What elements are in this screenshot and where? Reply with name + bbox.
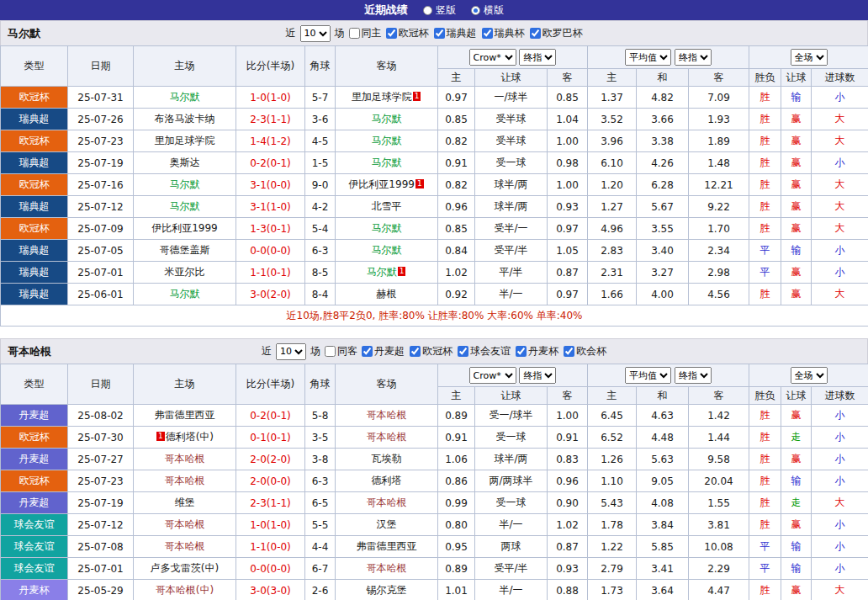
team-name[interactable]: 米亚尔比 (134, 262, 236, 284)
match-score[interactable]: 2-3(1-1) (236, 109, 305, 130)
league-checkbox[interactable] (362, 346, 373, 357)
team-name[interactable]: 哥本哈根 (336, 405, 438, 427)
radio-icon[interactable] (423, 6, 432, 15)
avg-draw: 3.38 (637, 130, 689, 152)
fulltime-select[interactable]: 全场 (791, 49, 828, 66)
league-checkbox[interactable] (386, 28, 397, 39)
match-score[interactable]: 3-0(2-0) (236, 284, 305, 305)
team-name[interactable]: 哥本哈根 (134, 470, 236, 492)
league-checkbox[interactable] (482, 28, 493, 39)
team-name[interactable]: 汉堡 (336, 514, 438, 536)
match-score[interactable]: 1-0(1-0) (236, 514, 305, 536)
odds-handicap: 受半/一 (475, 218, 548, 240)
early-final-select[interactable]: 终指 (519, 49, 556, 66)
league-checkbox[interactable] (564, 346, 574, 357)
match-score[interactable]: 0-0(0-0) (236, 558, 305, 580)
match-score[interactable]: 0-2(0-1) (236, 405, 305, 427)
team-name[interactable]: 马尔默 (134, 196, 236, 218)
team-name[interactable]: 哥本哈根 (134, 514, 236, 536)
team-name[interactable]: 马尔默 (336, 218, 438, 240)
match-score[interactable]: 2-0(0-0) (236, 470, 305, 492)
avg-select[interactable]: 平均值 (625, 367, 671, 384)
team-name[interactable]: 瓦埃勒 (336, 449, 438, 470)
team-name[interactable]: 马尔默 (336, 240, 438, 262)
match-count-select[interactable]: 10 (300, 25, 331, 42)
team-name[interactable]: 德利塔 (336, 470, 438, 492)
team-name[interactable]: 马尔默 (336, 152, 438, 174)
team-name[interactable]: 卢多戈雷茨(中) (134, 558, 236, 580)
early-final-select[interactable]: 终指 (519, 367, 556, 384)
team-name[interactable]: 北雪平 (336, 196, 438, 218)
match-score[interactable]: 1-0(1-0) (236, 87, 305, 109)
team-name[interactable]: 哥本哈根 (134, 536, 236, 558)
team-name[interactable]: 哥本哈根 (134, 449, 236, 470)
team-name[interactable]: 马尔默 (134, 87, 236, 109)
team-name[interactable]: 哥本哈根(中) (134, 580, 236, 600)
team-name[interactable]: 奥斯达 (134, 152, 236, 174)
team-name[interactable]: 伊比利亚19991 (336, 174, 438, 196)
team-name[interactable]: 马尔默1 (336, 262, 438, 284)
league-checkbox[interactable] (516, 346, 527, 357)
same-venue-checkbox[interactable] (349, 28, 360, 39)
team-name[interactable]: 1德利塔(中) (134, 427, 236, 449)
team-name[interactable]: 弗雷德里西亚 (336, 536, 438, 558)
match-score[interactable]: 1-1(0-0) (236, 536, 305, 558)
league-checkbox[interactable] (458, 346, 468, 357)
team-name[interactable]: 哥本哈根 (336, 558, 438, 580)
result-winloss: 胜 (749, 284, 781, 305)
team-name[interactable]: 布洛马波卡纳 (134, 109, 236, 130)
bookmaker-select[interactable]: Crow* (469, 367, 516, 384)
team-name[interactable]: 哥本哈根 (336, 492, 438, 514)
team-name[interactable]: 锡尔克堡 (336, 580, 438, 600)
league-filter[interactable]: 欧会杯 (564, 344, 606, 358)
team-name[interactable]: 哥本哈根 (336, 427, 438, 449)
league-filter[interactable]: 球会友谊 (458, 344, 511, 358)
match-score[interactable]: 3-0(3-0) (236, 580, 305, 600)
match-score[interactable]: 1-1(0-1) (236, 262, 305, 284)
team-name[interactable]: 弗雷德里西亚 (134, 405, 236, 427)
match-score[interactable]: 1-4(1-2) (236, 130, 305, 152)
avg-final-select[interactable]: 终指 (675, 367, 712, 384)
match-score[interactable]: 3-1(0-0) (236, 174, 305, 196)
avg-final-select[interactable]: 终指 (675, 49, 712, 66)
team-name[interactable]: 马尔默 (134, 284, 236, 305)
team-name[interactable]: 马尔默 (336, 109, 438, 130)
league-filter[interactable]: 欧罗巴杯 (530, 26, 583, 40)
league-filter[interactable]: 欧冠杯 (410, 344, 453, 358)
league-checkbox[interactable] (434, 28, 445, 39)
page-title: 近期战绩 (364, 3, 408, 18)
match-score[interactable]: 0-2(0-1) (236, 152, 305, 174)
match-score[interactable]: 2-0(2-0) (236, 449, 305, 470)
league-filter[interactable]: 瑞典杯 (482, 26, 525, 40)
league-checkbox[interactable] (410, 346, 421, 357)
league-filter[interactable]: 欧冠杯 (386, 26, 429, 40)
match-score[interactable]: 0-0(0-0) (236, 240, 305, 262)
match-score[interactable]: 1-3(0-1) (236, 218, 305, 240)
vertical-layout-radio[interactable]: 竖版 (423, 3, 456, 18)
avg-select[interactable]: 平均值 (625, 49, 671, 66)
league-filter[interactable]: 丹麦超 (362, 344, 405, 358)
team-name[interactable]: 马尔默 (134, 174, 236, 196)
team-name[interactable]: 里加足球学院1 (336, 87, 438, 109)
radio-icon-checked[interactable] (471, 6, 480, 15)
same-venue-filter[interactable]: 同主 (349, 26, 382, 40)
team-name[interactable]: 里加足球学院 (134, 130, 236, 152)
bookmaker-select[interactable]: Crow* (469, 49, 516, 66)
match-count-select[interactable]: 10 (276, 343, 306, 360)
league-filter[interactable]: 丹麦杯 (516, 344, 558, 358)
team-name[interactable]: 维堡 (134, 492, 236, 514)
same-venue-checkbox[interactable] (325, 346, 336, 357)
fulltime-select[interactable]: 全场 (791, 367, 828, 384)
match-score[interactable]: 2-3(1-1) (236, 492, 305, 514)
league-checkbox[interactable] (530, 28, 541, 39)
league-filter[interactable]: 瑞典超 (434, 26, 477, 40)
team-name[interactable]: 赫根 (336, 284, 438, 305)
team-name[interactable]: 哥德堡盖斯 (134, 240, 236, 262)
avg-away: 3.81 (689, 514, 749, 536)
team-name[interactable]: 伊比利亚1999 (134, 218, 236, 240)
same-venue-filter[interactable]: 同客 (325, 344, 357, 358)
team-name[interactable]: 马尔默 (336, 130, 438, 152)
horizontal-layout-radio[interactable]: 横版 (471, 3, 504, 18)
match-score[interactable]: 0-1(0-1) (236, 427, 305, 449)
match-score[interactable]: 3-1(1-0) (236, 196, 305, 218)
